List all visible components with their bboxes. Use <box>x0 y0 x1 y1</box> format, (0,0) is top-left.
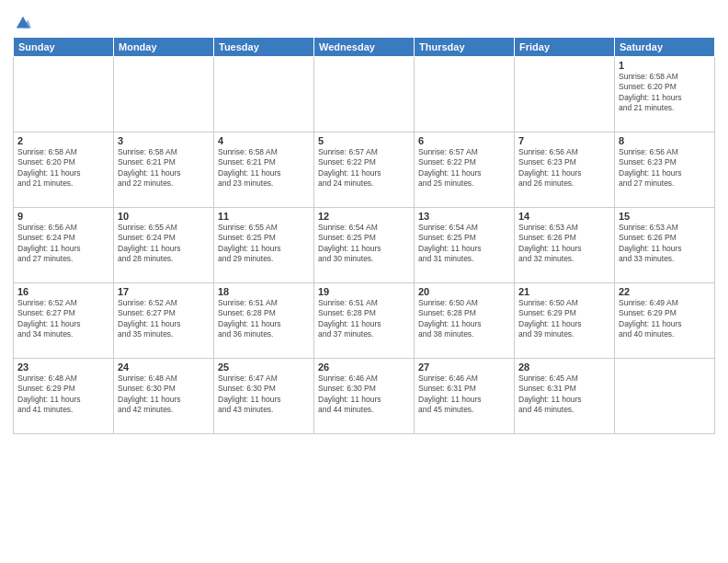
calendar-day-header: Monday <box>114 38 214 57</box>
calendar-day-header: Tuesday <box>214 38 314 57</box>
day-number: 18 <box>218 286 310 297</box>
day-number: 4 <box>218 135 310 146</box>
calendar-day-header: Thursday <box>415 38 515 57</box>
logo-icon <box>15 15 31 31</box>
day-number: 26 <box>318 362 410 373</box>
day-info: Sunrise: 6:57 AM Sunset: 6:22 PM Dayligh… <box>418 147 510 190</box>
day-number: 17 <box>118 286 210 297</box>
day-info: Sunrise: 6:50 AM Sunset: 6:28 PM Dayligh… <box>418 298 510 340</box>
calendar-cell <box>214 57 314 132</box>
calendar-cell: 1Sunrise: 6:58 AM Sunset: 6:20 PM Daylig… <box>615 57 715 132</box>
calendar-cell: 15Sunrise: 6:53 AM Sunset: 6:26 PM Dayli… <box>615 208 715 283</box>
day-info: Sunrise: 6:57 AM Sunset: 6:22 PM Dayligh… <box>318 147 410 190</box>
day-info: Sunrise: 6:52 AM Sunset: 6:27 PM Dayligh… <box>17 298 109 340</box>
calendar-day-header: Saturday <box>615 38 715 57</box>
day-info: Sunrise: 6:49 AM Sunset: 6:29 PM Dayligh… <box>619 298 711 340</box>
calendar-day-header: Friday <box>515 38 615 57</box>
day-number: 9 <box>17 211 109 222</box>
calendar-cell: 6Sunrise: 6:57 AM Sunset: 6:22 PM Daylig… <box>415 132 515 208</box>
day-info: Sunrise: 6:45 AM Sunset: 6:31 PM Dayligh… <box>518 373 610 416</box>
day-info: Sunrise: 6:56 AM Sunset: 6:24 PM Dayligh… <box>17 223 109 265</box>
day-info: Sunrise: 6:46 AM Sunset: 6:31 PM Dayligh… <box>418 373 510 416</box>
calendar-cell: 25Sunrise: 6:47 AM Sunset: 6:30 PM Dayli… <box>214 359 314 434</box>
calendar-cell: 7Sunrise: 6:56 AM Sunset: 6:23 PM Daylig… <box>515 132 615 208</box>
calendar-cell: 14Sunrise: 6:53 AM Sunset: 6:26 PM Dayli… <box>515 208 615 283</box>
day-number: 7 <box>518 135 610 146</box>
calendar-cell: 24Sunrise: 6:48 AM Sunset: 6:30 PM Dayli… <box>114 359 214 434</box>
calendar-table: SundayMondayTuesdayWednesdayThursdayFrid… <box>13 37 715 434</box>
calendar-week-row: 9Sunrise: 6:56 AM Sunset: 6:24 PM Daylig… <box>14 208 715 283</box>
calendar-cell: 17Sunrise: 6:52 AM Sunset: 6:27 PM Dayli… <box>114 283 214 359</box>
calendar-week-row: 1Sunrise: 6:58 AM Sunset: 6:20 PM Daylig… <box>14 57 715 132</box>
calendar-cell: 4Sunrise: 6:58 AM Sunset: 6:21 PM Daylig… <box>214 132 314 208</box>
day-info: Sunrise: 6:46 AM Sunset: 6:30 PM Dayligh… <box>318 373 410 416</box>
day-number: 14 <box>518 211 610 222</box>
day-number: 28 <box>518 362 610 373</box>
day-info: Sunrise: 6:52 AM Sunset: 6:27 PM Dayligh… <box>118 298 210 340</box>
day-info: Sunrise: 6:47 AM Sunset: 6:30 PM Dayligh… <box>218 373 310 416</box>
day-info: Sunrise: 6:56 AM Sunset: 6:23 PM Dayligh… <box>518 147 610 190</box>
calendar-week-row: 16Sunrise: 6:52 AM Sunset: 6:27 PM Dayli… <box>14 283 715 359</box>
day-number: 3 <box>118 135 210 146</box>
calendar-cell: 19Sunrise: 6:51 AM Sunset: 6:28 PM Dayli… <box>314 283 415 359</box>
day-info: Sunrise: 6:58 AM Sunset: 6:21 PM Dayligh… <box>118 147 210 190</box>
calendar-cell <box>615 359 715 434</box>
calendar-cell: 23Sunrise: 6:48 AM Sunset: 6:29 PM Dayli… <box>14 359 114 434</box>
day-number: 1 <box>619 60 711 71</box>
calendar-cell: 11Sunrise: 6:55 AM Sunset: 6:25 PM Dayli… <box>214 208 314 283</box>
day-info: Sunrise: 6:51 AM Sunset: 6:28 PM Dayligh… <box>318 298 410 340</box>
calendar-cell <box>14 57 114 132</box>
day-number: 22 <box>619 286 711 297</box>
day-number: 23 <box>17 362 109 373</box>
day-number: 19 <box>318 286 410 297</box>
day-number: 8 <box>619 135 711 146</box>
calendar-cell: 27Sunrise: 6:46 AM Sunset: 6:31 PM Dayli… <box>415 359 515 434</box>
calendar-week-row: 2Sunrise: 6:58 AM Sunset: 6:20 PM Daylig… <box>14 132 715 208</box>
calendar-cell: 13Sunrise: 6:54 AM Sunset: 6:25 PM Dayli… <box>415 208 515 283</box>
day-number: 21 <box>518 286 610 297</box>
day-info: Sunrise: 6:56 AM Sunset: 6:23 PM Dayligh… <box>619 147 711 190</box>
header <box>13 9 715 31</box>
calendar-cell <box>314 57 415 132</box>
calendar-day-header: Wednesday <box>314 38 415 57</box>
day-number: 13 <box>418 211 510 222</box>
day-info: Sunrise: 6:55 AM Sunset: 6:24 PM Dayligh… <box>118 223 210 265</box>
calendar-cell: 18Sunrise: 6:51 AM Sunset: 6:28 PM Dayli… <box>214 283 314 359</box>
day-number: 6 <box>418 135 510 146</box>
day-number: 10 <box>118 211 210 222</box>
day-info: Sunrise: 6:48 AM Sunset: 6:30 PM Dayligh… <box>118 373 210 416</box>
calendar-cell: 26Sunrise: 6:46 AM Sunset: 6:30 PM Dayli… <box>314 359 415 434</box>
calendar-cell: 20Sunrise: 6:50 AM Sunset: 6:28 PM Dayli… <box>415 283 515 359</box>
calendar-page: SundayMondayTuesdayWednesdayThursdayFrid… <box>0 0 728 563</box>
day-info: Sunrise: 6:58 AM Sunset: 6:21 PM Dayligh… <box>218 147 310 190</box>
calendar-cell: 12Sunrise: 6:54 AM Sunset: 6:25 PM Dayli… <box>314 208 415 283</box>
day-number: 15 <box>619 211 711 222</box>
calendar-cell <box>114 57 214 132</box>
day-number: 2 <box>17 135 109 146</box>
calendar-cell: 21Sunrise: 6:50 AM Sunset: 6:29 PM Dayli… <box>515 283 615 359</box>
day-info: Sunrise: 6:58 AM Sunset: 6:20 PM Dayligh… <box>619 72 711 114</box>
calendar-cell <box>415 57 515 132</box>
day-info: Sunrise: 6:51 AM Sunset: 6:28 PM Dayligh… <box>218 298 310 340</box>
day-number: 25 <box>218 362 310 373</box>
day-info: Sunrise: 6:50 AM Sunset: 6:29 PM Dayligh… <box>518 298 610 340</box>
day-info: Sunrise: 6:58 AM Sunset: 6:20 PM Dayligh… <box>17 147 109 190</box>
calendar-cell: 28Sunrise: 6:45 AM Sunset: 6:31 PM Dayli… <box>515 359 615 434</box>
day-info: Sunrise: 6:54 AM Sunset: 6:25 PM Dayligh… <box>418 223 510 265</box>
calendar-header-row: SundayMondayTuesdayWednesdayThursdayFrid… <box>14 38 715 57</box>
day-number: 5 <box>318 135 410 146</box>
day-info: Sunrise: 6:55 AM Sunset: 6:25 PM Dayligh… <box>218 223 310 265</box>
day-number: 27 <box>418 362 510 373</box>
day-info: Sunrise: 6:53 AM Sunset: 6:26 PM Dayligh… <box>518 223 610 265</box>
day-number: 11 <box>218 211 310 222</box>
calendar-cell <box>515 57 615 132</box>
day-number: 12 <box>318 211 410 222</box>
calendar-day-header: Sunday <box>14 38 114 57</box>
day-info: Sunrise: 6:48 AM Sunset: 6:29 PM Dayligh… <box>17 373 109 416</box>
calendar-cell: 9Sunrise: 6:56 AM Sunset: 6:24 PM Daylig… <box>14 208 114 283</box>
day-info: Sunrise: 6:53 AM Sunset: 6:26 PM Dayligh… <box>619 223 711 265</box>
day-number: 24 <box>118 362 210 373</box>
day-number: 20 <box>418 286 510 297</box>
calendar-cell: 5Sunrise: 6:57 AM Sunset: 6:22 PM Daylig… <box>314 132 415 208</box>
day-number: 16 <box>17 286 109 297</box>
